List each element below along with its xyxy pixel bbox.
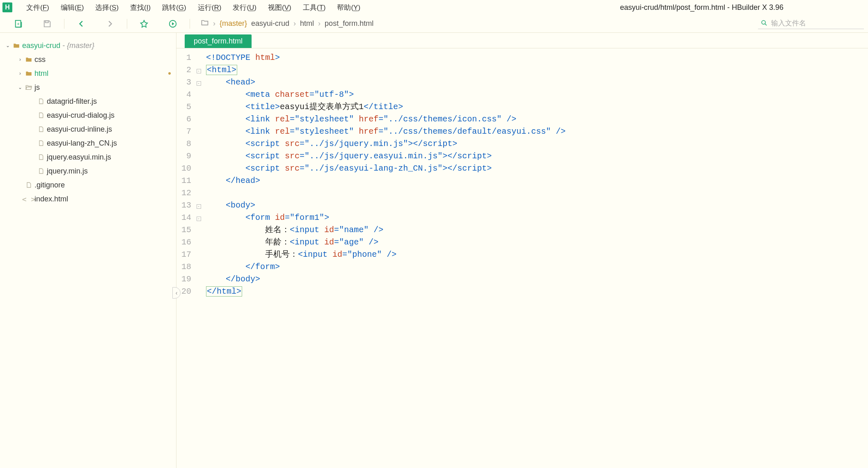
tree-item[interactable]: easyui-lang-zh_CN.js — [0, 136, 176, 150]
line-number: 19 — [176, 273, 195, 285]
tree-root[interactable]: ⌄ easyui-crud - {master} — [0, 39, 176, 53]
menu-item[interactable]: 文件(F) — [21, 1, 55, 14]
code-line[interactable]: </body> — [203, 273, 566, 285]
menu-item[interactable]: 查找(I) — [124, 1, 156, 14]
save-button[interactable] — [37, 16, 57, 32]
line-number: 14 — [176, 212, 195, 224]
code-line[interactable]: <link rel="stylesheet" href="../css/them… — [203, 113, 566, 126]
code-line[interactable]: <meta charset="utf-8"> — [203, 89, 566, 101]
code-line[interactable]: 年龄：<input id="age" /> — [203, 236, 566, 249]
fold-marker — [195, 224, 203, 236]
code-line[interactable]: <head> — [203, 76, 566, 89]
fold-marker[interactable]: - — [195, 76, 203, 89]
code-line[interactable]: </html> — [203, 285, 566, 298]
fold-marker — [195, 89, 203, 101]
tab-bar: post_form.html — [176, 33, 868, 48]
run-button[interactable] — [163, 16, 183, 32]
menu-item[interactable]: 工具(T) — [297, 1, 332, 14]
code-line[interactable]: 姓名：<input id="name" /> — [203, 224, 566, 236]
tree-item-label: easyui-lang-zh_CN.js — [47, 139, 117, 148]
tree-item[interactable]: easyui-crud-inline.js — [0, 122, 176, 136]
fold-marker — [195, 236, 203, 249]
line-number: 10 — [176, 162, 195, 175]
line-number: 15 — [176, 224, 195, 236]
fold-marker — [195, 52, 203, 64]
breadcrumb: › {master} easyui-crud › html › post_for… — [201, 18, 373, 29]
tree-item[interactable]: ⌄js — [0, 80, 176, 94]
menu-item[interactable]: 发行(U) — [227, 1, 262, 14]
tree-item[interactable]: .gitignore — [0, 178, 176, 192]
line-number-gutter: 1234567891011121314151617181920 — [176, 48, 195, 468]
menu-item[interactable]: 运行(R) — [192, 1, 227, 14]
folder-icon — [201, 18, 209, 29]
fold-marker[interactable]: - — [195, 64, 203, 76]
menu-item[interactable]: 视图(V) — [262, 1, 297, 14]
forward-button[interactable] — [100, 16, 120, 32]
code-line[interactable]: 手机号：<input id="phone" /> — [203, 249, 566, 261]
favorite-button[interactable] — [134, 16, 154, 32]
tree-item-label: css — [34, 55, 46, 64]
code-line[interactable]: <!DOCTYPE html> — [203, 52, 566, 64]
breadcrumb-segment[interactable]: easyui-crud — [251, 19, 289, 28]
line-number: 7 — [176, 126, 195, 138]
code-line[interactable]: <script src="../js/easyui-lang-zh_CN.js"… — [203, 162, 566, 175]
code-content[interactable]: <!DOCTYPE html><html> <head> <meta chars… — [203, 48, 566, 468]
tree-item[interactable]: ›html• — [0, 66, 176, 80]
tree-root-label: easyui-crud - {master} — [22, 41, 94, 50]
menu-item[interactable]: 帮助(Y) — [331, 1, 366, 14]
menubar: H 文件(F)编辑(E)选择(S)查找(I)跳转(G)运行(R)发行(U)视图(… — [0, 0, 868, 15]
search-input[interactable] — [771, 19, 861, 27]
toolbar-separator — [127, 19, 127, 29]
fold-marker[interactable]: - — [195, 199, 203, 212]
svg-rect-4 — [45, 21, 48, 23]
code-line[interactable]: <form id="form1"> — [203, 212, 566, 224]
tree-item[interactable]: datagrid-filter.js — [0, 94, 176, 108]
svg-marker-5 — [141, 20, 148, 27]
file-tree: ⌄ easyui-crud - {master} ›css›html•⌄jsda… — [0, 33, 176, 468]
line-number: 6 — [176, 113, 195, 126]
folder-icon — [12, 42, 21, 49]
tree-item-label: js — [34, 83, 40, 92]
code-line[interactable]: </form> — [203, 261, 566, 273]
new-file-button[interactable]: + — [8, 16, 29, 32]
chevron-down-icon: ⌄ — [5, 43, 11, 48]
breadcrumb-branch[interactable]: {master} — [220, 19, 247, 28]
code-line[interactable]: <link rel="stylesheet" href="../css/them… — [203, 126, 566, 138]
tree-item[interactable]: ›css — [0, 53, 176, 66]
menu-item[interactable]: 编辑(E) — [55, 1, 90, 14]
code-line[interactable]: <html> — [203, 64, 566, 76]
line-number: 17 — [176, 249, 195, 261]
file-icon — [37, 140, 45, 146]
tree-item-label: index.html — [34, 195, 68, 203]
code-line[interactable] — [203, 187, 566, 199]
tree-item[interactable]: easyui-crud-dialog.js — [0, 108, 176, 122]
code-line[interactable]: <script src="../js/jquery.min.js"></scri… — [203, 138, 566, 150]
tree-item-label: datagrid-filter.js — [47, 97, 97, 106]
tree-item[interactable]: jquery.easyui.min.js — [0, 150, 176, 164]
editor-tab[interactable]: post_form.html — [185, 34, 252, 48]
code-line[interactable]: </head> — [203, 175, 566, 187]
breadcrumb-segment[interactable]: html — [300, 19, 314, 28]
fold-marker[interactable]: - — [195, 212, 203, 224]
breadcrumb-segment[interactable]: post_form.html — [325, 19, 373, 28]
back-button[interactable] — [71, 16, 92, 32]
tree-item[interactable]: < >index.html — [0, 192, 176, 206]
code-line[interactable]: <body> — [203, 199, 566, 212]
tree-item[interactable]: jquery.min.js — [0, 164, 176, 178]
code-editor[interactable]: 1234567891011121314151617181920 ---- <!D… — [176, 48, 868, 468]
fold-marker — [195, 113, 203, 126]
line-number: 4 — [176, 89, 195, 101]
code-line[interactable]: <script src="../js/jquery.easyui.min.js"… — [203, 150, 566, 162]
fold-marker — [195, 126, 203, 138]
code-line[interactable]: <title>easyui提交表单方式1</title> — [203, 101, 566, 113]
menu-item[interactable]: 跳转(G) — [156, 1, 192, 14]
chevron-right-icon: › — [17, 71, 23, 76]
toolbar-separator — [190, 19, 190, 29]
file-icon — [25, 182, 33, 188]
menu-item[interactable]: 选择(S) — [89, 1, 124, 14]
chevron-right-icon: › — [213, 19, 215, 28]
tree-item-label: jquery.min.js — [47, 167, 88, 176]
fold-marker — [195, 261, 203, 273]
chevron-right-icon: › — [318, 19, 321, 28]
toolbar: + › {master} easyui-crud › html › post_f… — [0, 15, 868, 33]
